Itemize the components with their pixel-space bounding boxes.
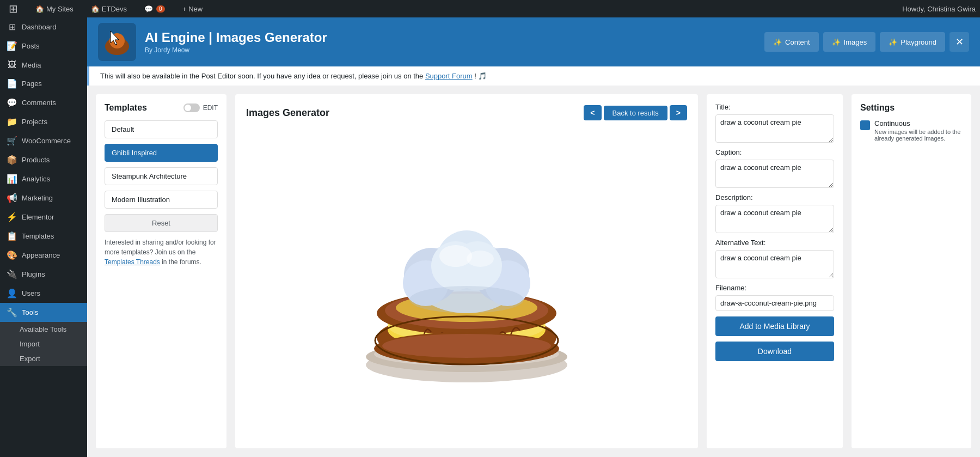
plus-icon: + xyxy=(182,5,187,13)
add-to-library-button[interactable]: Add to Media Library xyxy=(715,316,834,336)
fields-panel: Title: draw a coconut cream pie Caption:… xyxy=(707,94,843,448)
back-to-results-button[interactable]: Back to results xyxy=(604,106,667,120)
continuous-text-wrap: Continuous New images will be added to t… xyxy=(874,119,963,142)
settings-panel: Settings Continuous New images will be a… xyxy=(852,94,971,448)
title-input[interactable]: draw a coconut cream pie xyxy=(715,114,834,143)
woocommerce-icon: 🛒 xyxy=(7,136,17,146)
sidebar-products-label: Products xyxy=(22,156,50,164)
reset-button[interactable]: Reset xyxy=(105,214,218,232)
sidebar-item-elementor[interactable]: ⚡ Elementor xyxy=(0,208,87,227)
image-area xyxy=(246,129,687,437)
content-star-icon: ✨ xyxy=(773,38,782,46)
download-button[interactable]: Download xyxy=(715,342,834,361)
projects-icon: 📁 xyxy=(7,117,17,127)
generator-panel: Images Generator < Back to results > xyxy=(235,94,698,448)
description-label: Description: xyxy=(715,193,834,202)
sidebar-item-comments[interactable]: 💬 Comments xyxy=(0,93,87,112)
submenu-available-tools[interactable]: Available Tools xyxy=(0,322,87,337)
comment-icon: 💬 xyxy=(144,5,153,13)
templates-footer-text: Interested in sharing and/or looking for… xyxy=(105,239,216,256)
elementor-icon: ⚡ xyxy=(7,212,17,222)
title-label: Title: xyxy=(715,103,834,111)
description-input[interactable]: draw a coconut cream pie xyxy=(715,205,834,233)
posts-icon: 📝 xyxy=(7,41,17,51)
sidebar-marketing-label: Marketing xyxy=(22,194,53,202)
sidebar-plugins-label: Plugins xyxy=(22,270,45,278)
comment-count: 0 xyxy=(156,5,165,13)
templates-header: Templates EDIT xyxy=(105,103,218,113)
caption-input[interactable]: draw a coconut cream pie xyxy=(715,160,834,188)
template-modern[interactable]: Modern Illustration xyxy=(105,191,218,209)
sidebar-item-projects[interactable]: 📁 Projects xyxy=(0,112,87,131)
prev-button[interactable]: < xyxy=(584,105,601,120)
pie-illustration xyxy=(347,169,586,398)
sidebar-pages-label: Pages xyxy=(22,80,42,88)
next-button[interactable]: > xyxy=(670,105,687,120)
sidebar-item-media[interactable]: 🖼 Media xyxy=(0,56,87,74)
sidebar-woocommerce-label: WooCommerce xyxy=(22,137,71,145)
sidebar-item-products[interactable]: 📦 Products xyxy=(0,150,87,169)
adminbar-comments[interactable]: 💬 0 xyxy=(140,0,169,17)
submenu-import[interactable]: Import xyxy=(0,337,87,351)
adminbar-my-sites[interactable]: 🏠 My Sites xyxy=(31,0,78,17)
sidebar-item-dashboard[interactable]: ⊞ Dashboard xyxy=(0,17,87,36)
edit-toggle-switch[interactable] xyxy=(183,103,200,112)
svg-point-21 xyxy=(439,245,472,267)
template-steampunk[interactable]: Steampunk Architecture xyxy=(105,167,218,185)
home-icon: 🏠 xyxy=(35,5,44,13)
continuous-setting: Continuous New images will be added to t… xyxy=(860,119,963,142)
adminbar-wp-logo[interactable]: ⊞ xyxy=(4,0,22,17)
template-ghibli-label: Ghibli Inspired xyxy=(112,149,157,157)
notice-text: This will also be available in the Post … xyxy=(100,72,425,80)
continuous-checkbox[interactable] xyxy=(860,120,870,130)
templates-threads-link[interactable]: Templates Threads xyxy=(105,258,160,266)
plugin-title: AI Engine | Images Generator xyxy=(145,30,756,45)
plugin-logo-svg xyxy=(101,26,133,58)
filename-input[interactable] xyxy=(715,295,834,311)
template-ghibli[interactable]: Ghibli Inspired xyxy=(105,144,218,162)
submenu-export[interactable]: Export xyxy=(0,351,87,366)
sidebar-item-templates[interactable]: 📋 Templates xyxy=(0,227,87,246)
template-default[interactable]: Default xyxy=(105,120,218,138)
sidebar-item-plugins[interactable]: 🔌 Plugins xyxy=(0,265,87,284)
svg-point-25 xyxy=(382,334,551,358)
site-home-icon: 🏠 xyxy=(91,5,100,13)
template-modern-label: Modern Illustration xyxy=(112,196,170,204)
filename-field-group: Filename: xyxy=(715,284,834,311)
sidebar-item-pages[interactable]: 📄 Pages xyxy=(0,74,87,93)
alt-input[interactable]: draw a coconut cream pie xyxy=(715,250,834,278)
edit-toggle[interactable]: EDIT xyxy=(183,103,218,112)
svg-point-22 xyxy=(467,251,494,267)
sidebar-item-analytics[interactable]: 📊 Analytics xyxy=(0,169,87,188)
template-steampunk-label: Steampunk Architecture xyxy=(112,172,187,180)
sidebar-appearance-label: Appearance xyxy=(22,251,60,259)
close-button[interactable]: ✕ xyxy=(950,32,969,52)
sidebar-item-posts[interactable]: 📝 Posts xyxy=(0,36,87,56)
images-nav-label: Images xyxy=(844,38,867,46)
notice-bar: This will also be available in the Post … xyxy=(87,66,980,86)
site-name-label: ETDevs xyxy=(102,5,127,13)
media-icon: 🖼 xyxy=(7,60,17,70)
sidebar-analytics-label: Analytics xyxy=(22,175,50,183)
pages-icon: 📄 xyxy=(7,78,17,89)
sidebar-item-users[interactable]: 👤 Users xyxy=(0,284,87,303)
images-star-icon: ✨ xyxy=(832,38,841,46)
sidebar-item-appearance[interactable]: 🎨 Appearance xyxy=(0,246,87,265)
images-nav-button[interactable]: ✨ Images xyxy=(823,32,876,52)
dashboard-icon: ⊞ xyxy=(7,22,17,32)
sidebar-item-marketing[interactable]: 📢 Marketing xyxy=(0,188,87,208)
users-icon: 👤 xyxy=(7,288,17,298)
sidebar-item-woocommerce[interactable]: 🛒 WooCommerce xyxy=(0,131,87,150)
playground-nav-button[interactable]: ✨ Playground xyxy=(880,32,945,52)
svg-point-23 xyxy=(409,286,524,313)
content-nav-button[interactable]: ✨ Content xyxy=(764,32,819,52)
alt-label: Alternative Text: xyxy=(715,239,834,247)
generator-nav-buttons: < Back to results > xyxy=(584,105,687,120)
edit-label: EDIT xyxy=(203,104,218,112)
templates-icon: 📋 xyxy=(7,231,17,241)
support-forum-link[interactable]: Support Forum xyxy=(425,72,473,80)
sidebar-item-tools[interactable]: 🔧 Tools xyxy=(0,303,87,322)
adminbar-new[interactable]: + New xyxy=(178,0,207,17)
plugin-title-wrap: AI Engine | Images Generator By Jordy Me… xyxy=(145,30,756,54)
adminbar-site-name[interactable]: 🏠 ETDevs xyxy=(87,0,131,17)
